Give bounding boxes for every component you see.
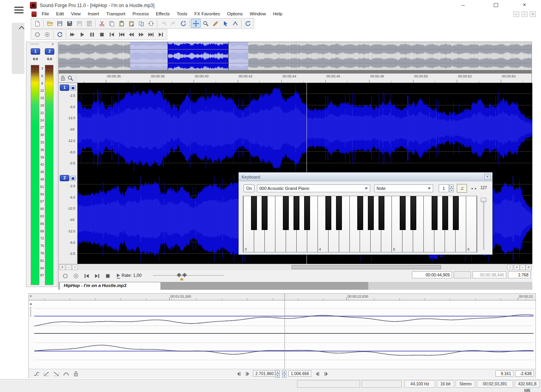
value1-spinner[interactable]: ▴▾ bbox=[275, 370, 280, 377]
zoom-handle[interactable]: • bbox=[514, 265, 520, 270]
undo-button[interactable] bbox=[159, 19, 168, 28]
stop-button[interactable] bbox=[103, 271, 113, 280]
lower-grip[interactable]: ••••• bbox=[30, 307, 31, 317]
lower-timeline-ruler[interactable]: 00:01:01,26000:00:22,83000:00:22. bbox=[29, 294, 535, 300]
close-button[interactable]: × bbox=[519, 2, 530, 7]
open-button[interactable] bbox=[45, 19, 55, 28]
magnify-tool-icon[interactable] bbox=[67, 75, 74, 81]
channel-2-badge[interactable]: 2 bbox=[60, 175, 69, 181]
record-remote-button[interactable] bbox=[71, 271, 81, 280]
mix-button[interactable] bbox=[136, 19, 146, 28]
menu-insert[interactable]: Insert bbox=[84, 11, 103, 17]
nudge-left-button[interactable] bbox=[235, 370, 243, 377]
scroll-left-button[interactable]: ‹ bbox=[72, 265, 78, 270]
piano-key-black-3[interactable] bbox=[294, 196, 299, 230]
fade-both-button[interactable] bbox=[62, 370, 70, 377]
menu-transport[interactable]: Transport bbox=[103, 11, 129, 17]
fade-out-button[interactable] bbox=[52, 370, 60, 377]
wave-zoom-in-button[interactable]: + bbox=[59, 265, 65, 270]
spin-up-icon[interactable]: ▴ bbox=[449, 184, 454, 188]
channel-1-badge[interactable]: 1 bbox=[60, 85, 69, 91]
record-button[interactable] bbox=[60, 271, 70, 280]
pencil-button[interactable] bbox=[210, 19, 220, 28]
refresh-button[interactable] bbox=[243, 19, 253, 28]
piano-key-white-21[interactable]: 6 bbox=[466, 196, 477, 252]
panel-grip[interactable]: •••••• bbox=[30, 42, 39, 46]
stop-button[interactable] bbox=[97, 30, 107, 39]
menu-options[interactable]: Options bbox=[223, 11, 246, 17]
envelope-button[interactable] bbox=[230, 19, 240, 28]
save-all-button[interactable] bbox=[74, 19, 84, 28]
lower-waveform[interactable] bbox=[34, 300, 534, 369]
copy-button[interactable] bbox=[107, 19, 116, 28]
record-button[interactable] bbox=[32, 30, 42, 39]
octave-spinner[interactable]: ▴ ▾ bbox=[449, 184, 454, 192]
go-to-start-button[interactable] bbox=[107, 30, 116, 39]
piano-key-black-5[interactable] bbox=[325, 196, 331, 230]
timeline-ruler[interactable]: 00:00:3600:00:3800:00:4000:00:4200:00:44… bbox=[78, 74, 532, 83]
keyboard-titlebar[interactable]: Keyboard × bbox=[239, 173, 492, 181]
piano-key-black-6[interactable] bbox=[336, 196, 342, 230]
cut-button[interactable] bbox=[97, 19, 107, 28]
forward-button[interactable] bbox=[136, 30, 146, 39]
edit-tool-button[interactable] bbox=[191, 19, 201, 28]
octave-value[interactable]: 1 bbox=[439, 184, 449, 192]
go-to-end-button[interactable] bbox=[156, 30, 166, 39]
mdi-minimize-button[interactable]: – bbox=[513, 11, 519, 17]
piano-key-black-2[interactable] bbox=[283, 196, 289, 230]
collapse-arrow-icon[interactable]: ◂ bbox=[30, 302, 31, 306]
loop-playback-button[interactable] bbox=[55, 30, 65, 39]
paste-button[interactable] bbox=[116, 19, 126, 28]
channel-2-option-button[interactable] bbox=[70, 176, 76, 181]
magnify-button[interactable] bbox=[201, 19, 210, 28]
keyboard-on-button[interactable]: On bbox=[244, 184, 255, 192]
lower-close-button[interactable]: × bbox=[30, 294, 32, 298]
piano-key-black-8[interactable] bbox=[368, 196, 374, 230]
scroll-up-button[interactable] bbox=[20, 27, 24, 31]
overview-waveform[interactable] bbox=[59, 42, 532, 70]
piano-key-black-11[interactable] bbox=[410, 196, 416, 230]
minimize-button[interactable]: – bbox=[457, 2, 469, 7]
menu-process[interactable]: Process bbox=[129, 11, 153, 17]
next-marker-button[interactable] bbox=[146, 30, 156, 39]
piano-key-black-0[interactable] bbox=[251, 196, 257, 230]
zoom-in-button[interactable]: + bbox=[526, 265, 532, 270]
selection-start-display[interactable] bbox=[454, 271, 471, 278]
piano-key-black-7[interactable] bbox=[357, 196, 363, 230]
paste-special-button[interactable] bbox=[126, 19, 136, 28]
save-as-button[interactable] bbox=[65, 19, 74, 28]
nudge-right-button[interactable] bbox=[244, 370, 251, 377]
channel-1-option-button[interactable] bbox=[70, 85, 76, 90]
zoom-out-button[interactable]: - bbox=[520, 265, 526, 270]
velocity-slider-thumb[interactable] bbox=[481, 198, 486, 202]
wave-zoom-out-button[interactable]: - bbox=[66, 265, 72, 270]
repeat-button[interactable] bbox=[178, 19, 188, 28]
play-all-button[interactable] bbox=[67, 30, 77, 39]
menu-edit[interactable]: Edit bbox=[53, 11, 68, 17]
redo-button[interactable] bbox=[168, 19, 178, 28]
meters-close-button[interactable]: × bbox=[52, 42, 54, 46]
menu-tools[interactable]: Tools bbox=[173, 11, 191, 17]
keyboard-close-button[interactable]: × bbox=[484, 174, 491, 180]
properties-button[interactable] bbox=[84, 19, 94, 28]
document-tab[interactable]: HipHop - I'm on a Hustle.mp3 bbox=[59, 282, 161, 290]
piano-key-black-1[interactable] bbox=[262, 196, 268, 230]
piano-key-black-14[interactable] bbox=[453, 196, 459, 230]
velocity-slider-track[interactable] bbox=[483, 199, 484, 250]
value2-spinner[interactable]: ▴▾ bbox=[282, 370, 286, 377]
spin-down-icon[interactable]: ▾ bbox=[449, 188, 454, 192]
lock-icon[interactable] bbox=[60, 75, 66, 81]
hand-button[interactable] bbox=[220, 19, 230, 28]
menu-file[interactable]: File bbox=[38, 11, 53, 17]
scroll-right-button[interactable]: › bbox=[507, 265, 513, 270]
menu-view[interactable]: View bbox=[67, 11, 84, 17]
snap-right-button[interactable] bbox=[322, 370, 330, 377]
rate-slider-thumb[interactable] bbox=[177, 273, 187, 277]
scrollbar-thumb[interactable] bbox=[292, 265, 441, 269]
menu-fx-favorites[interactable]: FX Favorites bbox=[191, 11, 223, 17]
meter-channel-1-badge[interactable]: 1 bbox=[31, 48, 40, 55]
go-to-end-button[interactable] bbox=[92, 271, 102, 280]
play-button[interactable] bbox=[77, 30, 87, 39]
snap-left-button[interactable] bbox=[314, 370, 321, 377]
rate-slider-track[interactable] bbox=[153, 275, 224, 276]
